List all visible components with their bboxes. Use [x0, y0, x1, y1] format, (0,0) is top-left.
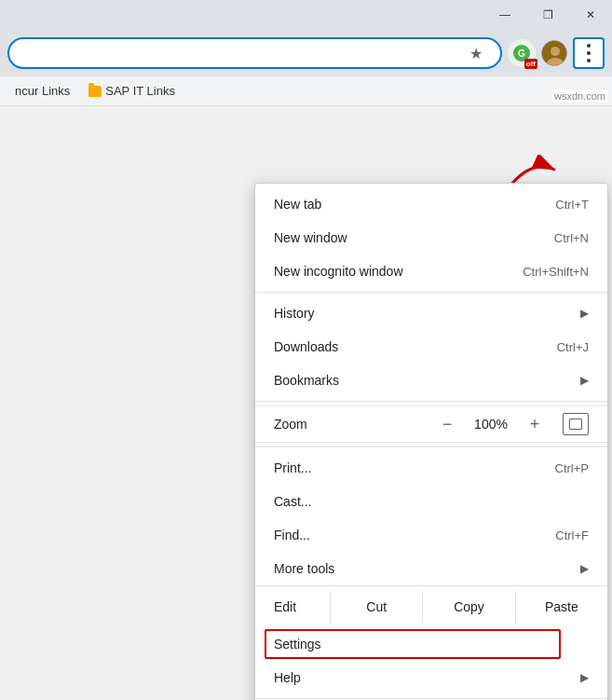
menu-item-downloads[interactable]: Downloads Ctrl+J: [255, 330, 607, 364]
menu-item-shortcut: Ctrl+T: [555, 198, 589, 212]
menu-divider: [255, 698, 607, 699]
menu-item-bookmarks[interactable]: Bookmarks ▶: [255, 364, 607, 397]
menu-item-label: Downloads: [274, 339, 501, 354]
submenu-arrow-icon: ▶: [580, 307, 589, 320]
bookmark-text: SAP IT Links: [105, 84, 175, 98]
zoom-controls: − 100% +: [436, 413, 589, 435]
menu-item-label: Settings: [274, 637, 589, 652]
menu-item-new-tab[interactable]: New tab Ctrl+T: [255, 187, 607, 221]
menu-item-new-window[interactable]: New window Ctrl+N: [255, 221, 607, 254]
zoom-label: Zoom: [274, 417, 436, 432]
off-badge: off: [524, 59, 537, 69]
menu-item-label: Find...: [274, 528, 499, 542]
menu-item-help[interactable]: Help ▶: [255, 661, 607, 694]
edit-label: Edit: [255, 592, 330, 622]
fullscreen-icon: [569, 419, 582, 430]
bookmark-star-icon[interactable]: ★: [463, 40, 489, 66]
menu-item-label: Bookmarks: [274, 373, 571, 388]
folder-icon: [88, 86, 102, 97]
menu-item-find[interactable]: Find... Ctrl+F: [255, 518, 607, 552]
edit-row: Edit Cut Copy Paste: [255, 585, 607, 627]
menu-divider: [255, 292, 607, 293]
menu-item-new-incognito[interactable]: New incognito window Ctrl+Shift+N: [255, 254, 607, 288]
menu-item-label: Cast...: [274, 494, 589, 509]
zoom-in-button[interactable]: +: [524, 413, 546, 435]
svg-point-3: [551, 47, 560, 56]
menu-item-settings[interactable]: Settings: [255, 627, 607, 661]
menu-item-history[interactable]: History ▶: [255, 296, 607, 330]
menu-item-label: History: [274, 306, 571, 321]
zoom-value: 100%: [468, 417, 514, 432]
copy-button[interactable]: Copy: [422, 590, 514, 624]
avatar-svg: [542, 41, 567, 66]
zoom-row: Zoom − 100% +: [255, 405, 607, 443]
paste-button[interactable]: Paste: [515, 590, 607, 624]
menu-item-print[interactable]: Print... Ctrl+P: [255, 451, 607, 485]
close-button[interactable]: ✕: [569, 0, 612, 30]
menu-item-label: Help: [274, 670, 571, 685]
menu-divider: [255, 401, 607, 402]
bookmark-ncur-links[interactable]: ncur Links: [7, 82, 77, 100]
zoom-out-button[interactable]: −: [436, 413, 458, 435]
menu-item-shortcut: Ctrl+Shift+N: [523, 265, 589, 279]
watermark: wsxdn.com: [551, 89, 608, 103]
extension-icon[interactable]: G off: [508, 39, 536, 67]
menu-item-cast[interactable]: Cast...: [255, 485, 607, 518]
menu-item-shortcut: Ctrl+N: [554, 231, 589, 245]
avatar[interactable]: [541, 40, 567, 66]
menu-item-label: New window: [274, 230, 498, 245]
bookmarks-bar: ncur Links SAP IT Links: [0, 76, 612, 106]
menu-item-label: New tab: [274, 197, 499, 212]
dropdown-menu: New tab Ctrl+T New window Ctrl+N New inc…: [254, 183, 608, 700]
menu-item-label: New incognito window: [274, 264, 467, 279]
menu-divider: [255, 446, 607, 447]
three-dots-icon: [587, 42, 591, 64]
submenu-arrow-icon: ▶: [580, 671, 589, 684]
menu-item-more-tools[interactable]: More tools ▶: [255, 552, 607, 585]
menu-item-shortcut: Ctrl+J: [557, 340, 589, 354]
maximize-button[interactable]: ❐: [526, 0, 569, 30]
submenu-arrow-icon: ▶: [580, 562, 589, 575]
menu-item-label: Print...: [274, 460, 499, 475]
bookmark-sap-it-links[interactable]: SAP IT Links: [81, 82, 183, 100]
submenu-arrow-icon: ▶: [580, 374, 589, 387]
addressbar-row: ★ G off: [0, 30, 612, 76]
cut-button[interactable]: Cut: [330, 590, 422, 624]
svg-text:G: G: [518, 48, 525, 59]
menu-item-shortcut: Ctrl+F: [555, 528, 589, 542]
menu-item-label: More tools: [274, 561, 571, 576]
address-bar[interactable]: ★: [7, 37, 502, 69]
minimize-button[interactable]: —: [483, 0, 526, 30]
menu-button[interactable]: [573, 37, 605, 69]
menu-item-shortcut: Ctrl+P: [555, 461, 589, 475]
titlebar: — ❐ ✕: [0, 0, 612, 30]
fullscreen-button[interactable]: [563, 413, 589, 435]
bookmark-text: ncur Links: [15, 84, 70, 98]
